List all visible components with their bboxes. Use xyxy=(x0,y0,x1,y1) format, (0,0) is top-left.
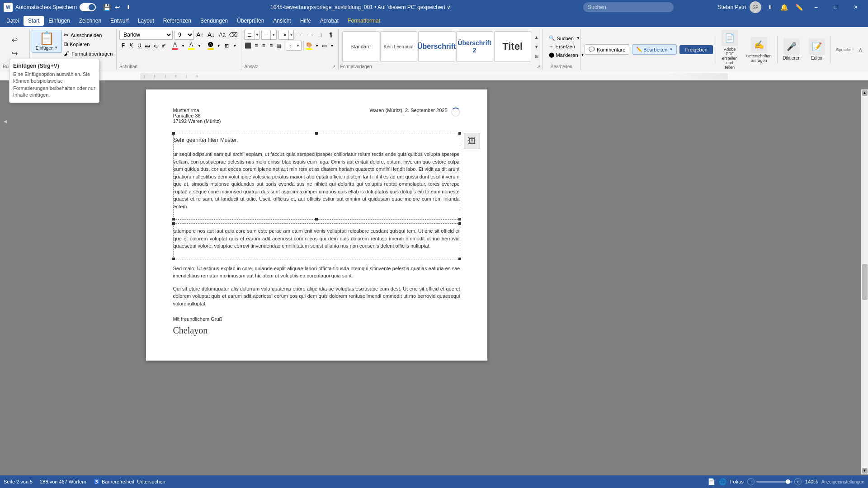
show-marks-button[interactable]: ¶ xyxy=(326,30,335,40)
adobe-pdf-button[interactable]: 📄 Adobe PDF erstellen und teilen xyxy=(722,30,738,70)
increase-indent-button[interactable]: → xyxy=(307,30,316,40)
title-search-input[interactable] xyxy=(583,2,674,12)
bullet-list-button[interactable]: ☰ ▼ xyxy=(244,30,259,40)
undo-button[interactable]: ↩ xyxy=(8,33,21,46)
superscript-button[interactable]: x² xyxy=(160,41,167,51)
menu-item-zeichnen[interactable]: Zeichnen xyxy=(75,16,106,26)
scrollbar-up[interactable]: ▲ xyxy=(862,90,868,96)
zoom-minus[interactable]: − xyxy=(747,478,755,485)
save-icon[interactable]: 💾 xyxy=(102,3,111,12)
menu-item-sendungen[interactable]: Sendungen xyxy=(196,16,232,26)
column-button[interactable]: ▦ xyxy=(275,41,282,51)
style-standard[interactable]: Standard xyxy=(342,31,379,62)
style-scroll-down[interactable]: ▼ xyxy=(533,42,540,51)
font-grow-button[interactable]: A↑ xyxy=(195,30,205,40)
fokus-label[interactable]: Fokus xyxy=(730,479,744,484)
menu-item-ansicht[interactable]: Ansicht xyxy=(269,16,295,26)
style-scroll-up[interactable]: ▲ xyxy=(533,33,540,42)
vertical-scrollbar[interactable]: ▲ ▼ xyxy=(861,89,868,474)
cut-button[interactable]: ✂ Ausschneiden xyxy=(62,31,114,39)
shading-button[interactable]: 🅐 xyxy=(207,41,214,51)
kommentare-button[interactable]: 💬 Kommentare xyxy=(585,44,629,55)
menu-item-entwurf[interactable]: Entwurf xyxy=(106,16,133,26)
font-case-button[interactable]: Aa xyxy=(217,30,227,40)
doc-page-area[interactable]: Musterfirma Parkallee 36 17192 Waren (Mü… xyxy=(140,80,493,475)
align-left-button[interactable]: ⬛ xyxy=(244,41,252,51)
view-web-button[interactable]: 🌐 xyxy=(719,478,726,485)
diktieren-button[interactable]: 🎤 Diktieren xyxy=(783,38,800,61)
restore-button[interactable]: □ xyxy=(828,0,844,14)
clear-format-button[interactable]: ⌫ xyxy=(228,30,238,40)
style-kein-leerraum[interactable]: Kein Leerraum xyxy=(380,31,417,62)
menu-item-ueberpruefen[interactable]: Überprüfen xyxy=(232,16,269,26)
number-list-button[interactable]: ≡ ▼ xyxy=(261,30,277,40)
para-expand-icon[interactable]: ↗ xyxy=(332,64,335,69)
style-ueberschrift[interactable]: Überschrift xyxy=(418,31,455,62)
scrollbar-thumb[interactable] xyxy=(862,264,868,300)
sort-button[interactable]: ↕ xyxy=(316,30,326,40)
style-ueberschrift2[interactable]: Überschrift 2 xyxy=(456,31,493,62)
display-settings-button[interactable]: Anzeigeeinstellungen xyxy=(821,479,864,484)
indent-list-button[interactable]: ⇥ ▼ xyxy=(278,30,294,40)
decrease-indent-button[interactable]: ← xyxy=(297,30,306,40)
menu-item-datei[interactable]: Datei xyxy=(2,16,24,26)
format-copy-button[interactable]: 🖌 Format übertragen xyxy=(62,49,114,58)
menu-item-acrobat[interactable]: Acrobat xyxy=(316,16,343,26)
font-name-select[interactable]: Barlow xyxy=(119,30,173,40)
undo-icon-title[interactable]: ↩ xyxy=(113,3,122,12)
para-shading-button[interactable]: 🎨 xyxy=(306,41,313,51)
font-color-button[interactable]: A xyxy=(171,41,179,51)
replace-button[interactable]: ↔ Ersetzen xyxy=(546,43,577,50)
share-icon[interactable]: ⬆ xyxy=(124,3,133,12)
italic-button[interactable]: K xyxy=(127,41,135,51)
freigeben-button[interactable]: Freigeben xyxy=(679,45,713,54)
pen-icon[interactable]: ✏️ xyxy=(793,4,805,11)
font-color-arrow[interactable]: ▼ xyxy=(179,41,187,51)
subscript-button[interactable]: x₂ xyxy=(152,41,159,51)
accessibility-section[interactable]: ♿ Barrierefreiheit: Untersuchen xyxy=(94,479,165,485)
style-titel[interactable]: Titel xyxy=(494,31,531,62)
highlight-arrow[interactable]: ▼ xyxy=(196,41,203,51)
para-shading-arrow[interactable]: ▼ xyxy=(314,41,321,51)
menu-item-formatformat[interactable]: Formatformat xyxy=(343,16,385,26)
font-shrink-button[interactable]: A↓ xyxy=(206,30,216,40)
unterschriften-button[interactable]: ✍️ Unterschriften anfragen xyxy=(746,37,772,63)
border-button[interactable]: ⊞ xyxy=(223,41,231,51)
mark-button[interactable]: ⬤ Markieren ▼ xyxy=(546,51,577,59)
style-expand[interactable]: ⊞ xyxy=(533,52,540,61)
menu-item-referenzen[interactable]: Referenzen xyxy=(159,16,196,26)
sidebar-toggle[interactable]: ◀ xyxy=(2,117,9,125)
strikethrough-button[interactable]: ab xyxy=(144,41,151,51)
search-button[interactable]: 🔍 Suchen ▼ xyxy=(546,34,577,42)
menu-item-layout[interactable]: Layout xyxy=(133,16,159,26)
redo-button[interactable]: ↪ xyxy=(8,47,21,60)
menu-item-hilfe[interactable]: Hilfe xyxy=(296,16,316,26)
line-spacing-button[interactable]: ↕ ▼ xyxy=(286,41,302,51)
view-print-button[interactable]: 📄 xyxy=(708,478,715,485)
font-size-select[interactable]: 9 xyxy=(174,30,193,40)
zoom-slider[interactable] xyxy=(756,481,793,483)
para-border-arrow[interactable]: ▼ xyxy=(329,41,335,51)
bold-button[interactable]: F xyxy=(119,41,127,51)
para-border-button[interactable]: ▭ xyxy=(321,41,328,51)
menu-item-start[interactable]: Start xyxy=(24,16,44,26)
autosave-toggle[interactable] xyxy=(80,3,96,11)
underline-button[interactable]: U xyxy=(136,41,143,51)
border-arrow[interactable]: ▼ xyxy=(231,41,239,51)
shading-arrow[interactable]: ▼ xyxy=(215,41,222,51)
zoom-level[interactable]: 140% xyxy=(805,479,818,484)
minimize-button[interactable]: – xyxy=(808,0,824,14)
align-justify-button[interactable]: ≡ xyxy=(268,41,275,51)
zoom-plus[interactable]: + xyxy=(794,478,802,485)
float-image-button[interactable]: 🖼 xyxy=(464,133,480,149)
share-btn[interactable]: ⬆ xyxy=(765,4,775,10)
copy-button[interactable]: ⧉ Kopieren xyxy=(62,40,114,49)
menu-item-einfuegen[interactable]: Einfügen xyxy=(44,16,74,26)
editor-button[interactable]: 📝 Editor xyxy=(809,38,825,61)
fv-expand-icon[interactable]: ↗ xyxy=(537,64,540,69)
highlight-button[interactable]: A xyxy=(188,41,195,51)
collapse-ribbon-button[interactable]: ∧ xyxy=(857,45,864,55)
close-button[interactable]: ✕ xyxy=(847,0,864,14)
scrollbar-down[interactable]: ▼ xyxy=(862,468,868,474)
paste-button[interactable]: 📋 Einfügen ▼ xyxy=(32,30,62,53)
